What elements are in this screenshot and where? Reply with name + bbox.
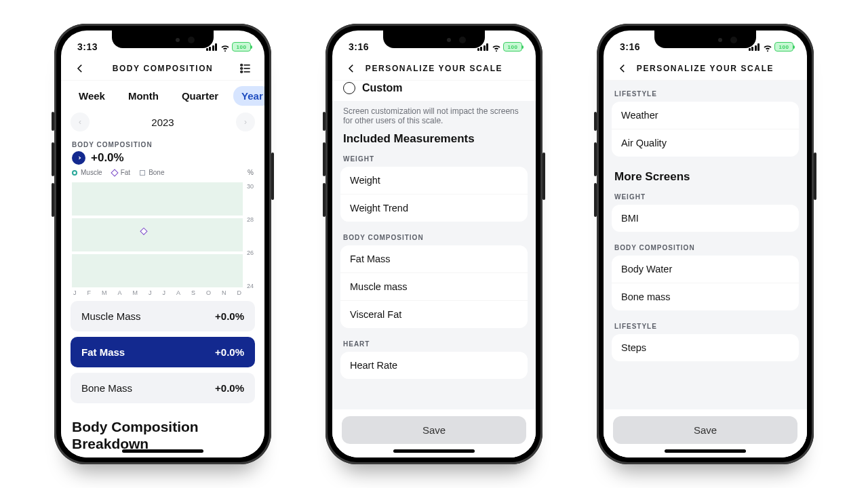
list-item[interactable]: BMI xyxy=(612,205,799,232)
group-lifestyle: Weather Air Quality xyxy=(612,102,799,157)
battery-icon: 100 xyxy=(232,42,251,52)
tab-week[interactable]: Week xyxy=(71,86,113,106)
group-bodycomp-more: Body Water Bone mass xyxy=(612,256,799,310)
tab-month[interactable]: Month xyxy=(120,86,167,106)
list-item[interactable]: Visceral Fat xyxy=(340,300,528,328)
chart-legend: Muscle Fat Bone % xyxy=(61,169,264,176)
back-icon[interactable] xyxy=(614,60,631,77)
radio-icon xyxy=(343,82,355,94)
included-heading: Included Measurements xyxy=(332,125,536,150)
section-label: BODY COMPOSITION xyxy=(61,136,264,150)
battery-icon: 100 xyxy=(774,42,793,52)
battery-icon: 100 xyxy=(503,42,522,52)
list-item[interactable]: Steps xyxy=(612,334,799,361)
muscle-swatch-icon xyxy=(72,170,77,176)
stat-card-fat[interactable]: Fat Mass +0.0% xyxy=(71,337,255,367)
navbar: PERSONALIZE YOUR SCALE xyxy=(332,56,536,81)
navbar: BODY COMPOSITION xyxy=(61,56,264,81)
list-item[interactable]: Weather xyxy=(612,102,799,129)
nav-spacer xyxy=(780,60,796,77)
composition-chart[interactable]: 30 28 26 24 JFM AMJ JAS OND xyxy=(72,179,254,286)
wifi-icon xyxy=(491,42,500,52)
breakdown-heading: Body Composition Breakdown xyxy=(61,409,264,452)
home-indicator[interactable] xyxy=(122,449,203,453)
group-weight-more: BMI xyxy=(612,205,799,232)
list-item[interactable]: Fat Mass xyxy=(340,245,528,272)
chart-x-axis: JFM AMJ JAS OND xyxy=(72,289,243,296)
help-text: Screen customization will not impact the… xyxy=(332,101,536,125)
tab-quarter[interactable]: Quarter xyxy=(174,86,226,106)
device-notch xyxy=(383,30,485,48)
more-screens-heading: More Screens xyxy=(604,163,807,188)
phone-device-2: 3:16 100 PERSONALIZE YOUR SCALE Custom S… xyxy=(326,24,542,464)
page-title: BODY COMPOSITION xyxy=(88,64,237,73)
group-lifestyle-more: Steps xyxy=(612,334,799,361)
device-notch xyxy=(112,30,214,48)
page-title: PERSONALIZE YOUR SCALE xyxy=(631,64,780,73)
save-button[interactable]: Save xyxy=(342,416,526,444)
list-item[interactable]: Body Water xyxy=(612,256,799,283)
group-weight: Weight Weight Trend xyxy=(340,167,528,222)
group-label-heart: HEART xyxy=(332,335,536,349)
delta-value: +0.0% xyxy=(91,151,124,165)
list-item[interactable]: Air Quality xyxy=(612,129,799,157)
status-time: 3:16 xyxy=(620,41,640,52)
home-indicator[interactable] xyxy=(665,449,746,453)
list-item[interactable]: Heart Rate xyxy=(340,352,528,379)
list-item[interactable]: Weight Trend xyxy=(340,194,528,222)
save-button[interactable]: Save xyxy=(613,416,797,444)
group-label-bodycomp: BODY COMPOSITION xyxy=(604,239,807,253)
arrow-right-icon xyxy=(72,151,85,165)
group-label-lifestyle2: LIFESTYLE xyxy=(604,317,807,331)
stat-card-bone[interactable]: Bone Mass +0.0% xyxy=(71,373,255,403)
status-time: 3:16 xyxy=(349,41,369,52)
fat-swatch-icon xyxy=(111,169,118,176)
group-label-weight: WEIGHT xyxy=(604,188,807,202)
nav-spacer xyxy=(509,60,525,77)
device-notch xyxy=(654,30,756,48)
tab-year[interactable]: Year xyxy=(233,86,264,106)
wifi-icon xyxy=(762,42,772,52)
group-label-lifestyle: LIFESTYLE xyxy=(604,81,807,99)
list-icon[interactable] xyxy=(237,60,254,77)
page-title: PERSONALIZE YOUR SCALE xyxy=(359,64,509,73)
status-time: 3:13 xyxy=(77,41,98,52)
home-indicator[interactable] xyxy=(393,449,475,453)
prev-period-button[interactable]: ‹ xyxy=(71,113,90,131)
list-item[interactable]: Weight xyxy=(340,167,528,194)
navbar: PERSONALIZE YOUR SCALE xyxy=(604,56,807,81)
period-label: 2023 xyxy=(151,117,174,128)
stat-card-muscle[interactable]: Muscle Mass +0.0% xyxy=(71,301,255,331)
svg-point-0 xyxy=(241,64,243,66)
group-heart: Heart Rate xyxy=(340,352,528,379)
wifi-icon xyxy=(220,42,229,52)
phone-device-1: 3:13 100 BODY COMPOSITION Week xyxy=(54,24,271,464)
range-tabs: Week Month Quarter Year xyxy=(61,81,264,111)
group-bodycomp: Fat Mass Muscle mass Visceral Fat xyxy=(340,245,528,328)
phone-device-3: 3:16 100 PERSONALIZE YOUR SCALE LIFESTYL… xyxy=(597,24,814,464)
delta-display: +0.0% xyxy=(61,150,264,169)
svg-point-4 xyxy=(241,70,243,73)
back-icon[interactable] xyxy=(343,60,359,77)
back-icon[interactable] xyxy=(72,60,88,77)
option-custom[interactable]: Custom xyxy=(332,81,536,101)
next-period-button[interactable]: › xyxy=(236,113,255,131)
bone-swatch-icon xyxy=(140,170,145,176)
list-item[interactable]: Bone mass xyxy=(612,283,799,310)
list-item[interactable]: Muscle mass xyxy=(340,272,528,300)
group-label-bodycomp: BODY COMPOSITION xyxy=(332,228,536,243)
svg-point-2 xyxy=(241,67,243,69)
group-label-weight: WEIGHT xyxy=(332,150,536,164)
